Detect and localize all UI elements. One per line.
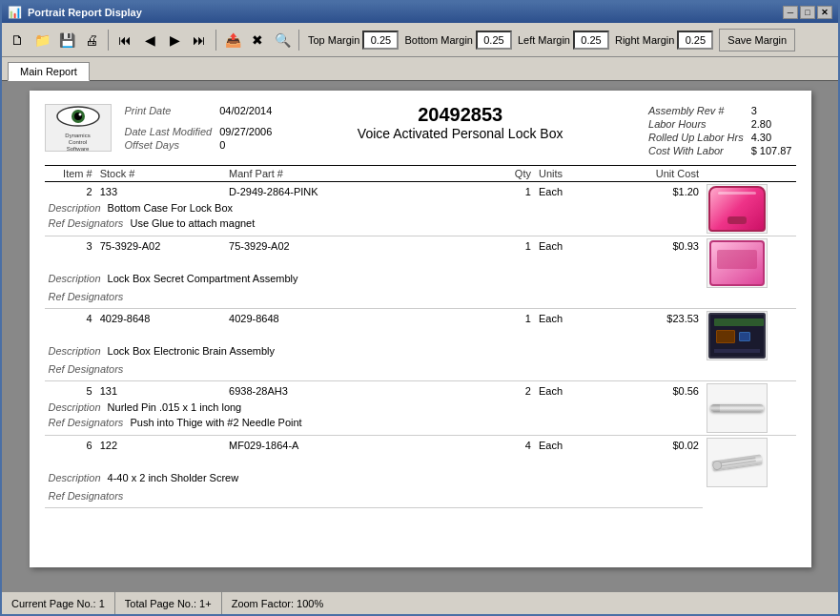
col-manf-header: Manf Part # (225, 166, 458, 182)
units-value: Each (535, 182, 612, 201)
desc-label: Description (49, 202, 101, 214)
ref-designators-row: Ref Designators Push into Thige with #2 … (45, 415, 796, 435)
last-page-button[interactable]: ⏭ (188, 29, 211, 51)
left-margin-label: Left Margin (518, 34, 570, 46)
description-cell: Description Bottom Case For Lock Box (45, 201, 703, 216)
date-modified-value: 09/27/2006 (215, 125, 276, 138)
report-name: Voice Activated Personal Lock Box (295, 126, 625, 141)
description-row: Description Lock Box Electronic Brain As… (45, 339, 796, 362)
units-value: Each (535, 236, 612, 267)
ref-designators-row: Ref Designators (45, 362, 796, 381)
new-button[interactable]: 🗋 (6, 29, 29, 51)
close-button[interactable]: ✕ (817, 6, 832, 19)
bottom-margin-group: Bottom Margin (404, 31, 512, 50)
ref-label: Ref Designators (49, 363, 124, 375)
ref-text: Use Glue to attach magnet (130, 217, 255, 229)
ref-label: Ref Designators (49, 217, 124, 229)
minimize-button[interactable]: ─ (783, 6, 798, 19)
qty-value: 1 (458, 182, 535, 201)
tab-main-report[interactable]: Main Report (8, 62, 90, 81)
unit-cost-value: $0.56 (612, 381, 703, 400)
col-qty-header: Qty (458, 166, 535, 182)
ref-designators-row: Ref Designators (45, 489, 796, 508)
col-unitcost-header: Unit Cost (612, 166, 703, 182)
report-meta-left: Print Date 04/02/2014 Date Last Modified… (121, 104, 277, 152)
labor-hours-label: Labor Hours (645, 117, 748, 131)
qty-value: 1 (458, 236, 535, 267)
assembly-rev-value: 3 (748, 104, 796, 117)
col-stock-header: Stock # (96, 166, 225, 182)
next-page-button[interactable]: ▶ (163, 29, 186, 51)
qty-value: 2 (458, 381, 535, 400)
item-number: 6 (45, 436, 96, 466)
company-brand: DynamicsControlSoftware (54, 133, 102, 152)
report-scroll-area[interactable]: DynamicsControlSoftware Print Date 04/02… (2, 80, 838, 591)
col-item-header: Item # (45, 166, 96, 182)
part-image-cell (703, 381, 796, 436)
left-margin-input[interactable] (573, 31, 609, 50)
rolled-labor-value: 4.30 (748, 131, 796, 144)
units-value: Each (535, 436, 612, 466)
table-header-row: Item # Stock # Manf Part # Qty Units Uni… (45, 166, 796, 182)
stock-number: 4029-8648 (96, 309, 225, 339)
print-date-value: 04/02/2014 (215, 104, 276, 117)
desc-label: Description (49, 472, 101, 483)
maximize-button[interactable]: □ (800, 6, 815, 19)
ref-designators-row: Ref Designators Use Glue to attach magne… (45, 216, 796, 236)
ref-cell: Ref Designators (45, 290, 703, 309)
part-image (707, 184, 768, 234)
ref-label: Ref Designators (49, 291, 124, 302)
part-image (707, 383, 768, 433)
table-row: 6 122 MF029-1864-A 4 Each $0.02 (45, 436, 796, 466)
save-margin-button[interactable]: Save Margin (719, 29, 795, 51)
assembly-rev-label: Assembly Rev # (645, 104, 748, 117)
close-report-button[interactable]: ✖ (246, 29, 269, 51)
table-row: 4 4029-8648 4029-8648 1 Each $23.53 (45, 309, 796, 339)
ref-cell: Ref Designators Use Glue to attach magne… (45, 216, 703, 236)
parts-table: Item # Stock # Manf Part # Qty Units Uni… (45, 165, 796, 508)
ref-label: Ref Designators (49, 417, 124, 428)
item-number: 2 (45, 182, 96, 201)
manf-part-number: MF029-1864-A (225, 436, 458, 466)
separator-1 (108, 30, 109, 51)
zoom-status: Zoom Factor: 100% (222, 592, 334, 614)
save-button[interactable]: 💾 (55, 29, 78, 51)
manf-part-number: D-2949-2864-PINK (225, 182, 458, 201)
search-button[interactable]: 🔍 (271, 29, 294, 51)
table-row: 2 133 D-2949-2864-PINK 1 Each $1.20 (45, 182, 796, 201)
col-units-header: Units (535, 166, 612, 182)
print-button[interactable]: 🖨 (80, 29, 103, 51)
description-row: Description 4-40 x 2 inch Sholder Screw (45, 466, 796, 489)
table-row: 3 75-3929-A02 75-3929-A02 1 Each $0.93 (45, 236, 796, 267)
prev-page-button[interactable]: ◀ (138, 29, 161, 51)
desc-label: Description (49, 345, 101, 357)
desc-text: Nurled Pin .015 x 1 inch long (108, 401, 242, 413)
desc-text: Lock Box Electronic Brain Assembly (108, 345, 275, 357)
first-page-button[interactable]: ⏮ (113, 29, 136, 51)
open-button[interactable]: 📁 (31, 29, 53, 51)
unit-cost-value: $0.02 (612, 436, 703, 466)
part-image-cell (703, 309, 796, 363)
qty-value: 4 (458, 436, 535, 466)
item-number: 5 (45, 381, 96, 400)
part-image (707, 438, 768, 487)
right-margin-input[interactable] (677, 31, 713, 50)
ref-cell: Ref Designators (45, 489, 703, 508)
unit-cost-value: $23.53 (612, 309, 703, 339)
title-controls: ─ □ ✕ (783, 6, 832, 19)
logo-section: DynamicsControlSoftware Print Date 04/02… (45, 104, 277, 157)
print-date-label: Print Date (121, 104, 216, 117)
status-bar: Current Page No.: 1 Total Page No.: 1+ Z… (2, 591, 838, 614)
separator-3 (298, 30, 299, 51)
report-title-section: 20492853 Voice Activated Personal Lock B… (276, 104, 645, 157)
offset-days-value: 0 (215, 138, 276, 152)
report-right-section: Assembly Rev # 3 Labor Hours 2.80 Rolled… (645, 104, 795, 157)
current-page-status: Current Page No.: 1 (2, 592, 115, 614)
top-margin-input[interactable] (362, 31, 399, 50)
stock-number: 75-3929-A02 (96, 236, 225, 267)
export-button[interactable]: 📤 (221, 29, 244, 51)
bottom-margin-input[interactable] (476, 31, 512, 50)
ref-label: Ref Designators (49, 490, 124, 502)
svg-point-3 (78, 113, 81, 115)
description-cell: Description Lock Box Electronic Brain As… (45, 339, 703, 362)
